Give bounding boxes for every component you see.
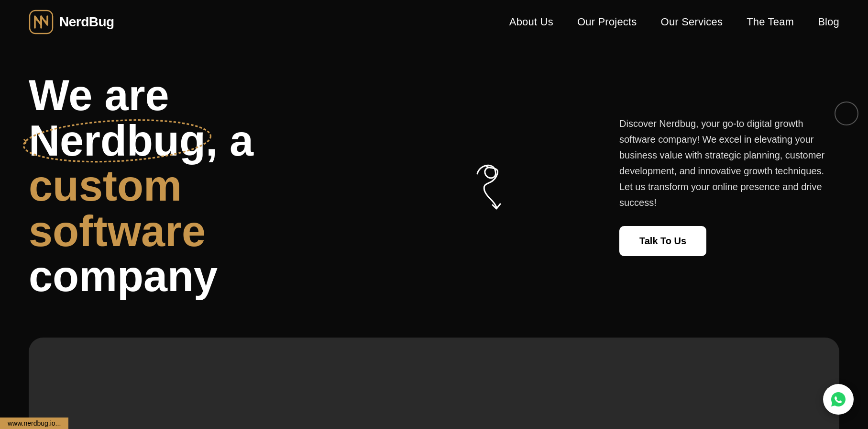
lower-section (29, 338, 839, 429)
hero-nerdbug: Nerdbug (29, 117, 206, 165)
arrow-decoration (453, 152, 520, 219)
browser-status-bar: www.nerdbug.io... (0, 418, 68, 429)
whatsapp-button[interactable] (823, 384, 854, 415)
nerdbug-word-wrapper: Nerdbug (29, 118, 206, 164)
nav-item-projects[interactable]: Our Projects (577, 16, 637, 28)
nav-item-team[interactable]: The Team (747, 16, 794, 28)
nav-link-projects[interactable]: Our Projects (577, 16, 637, 28)
logo-icon (29, 10, 54, 34)
nav-links: About Us Our Projects Our Services The T… (509, 16, 839, 28)
nav-item-services[interactable]: Our Services (661, 16, 723, 28)
talk-to-us-button[interactable]: Talk To Us (619, 226, 706, 256)
logo[interactable]: NerdBug (29, 10, 114, 34)
hero-headline: We are Nerdbug, a custom software compan… (29, 73, 354, 299)
hero-description: Discover Nerdbug, your go-to digital gro… (619, 116, 839, 211)
hero-line3: company (29, 252, 218, 300)
nav-link-team[interactable]: The Team (747, 16, 794, 28)
nav-item-blog[interactable]: Blog (818, 16, 839, 28)
hero-title-part2: , a (206, 117, 253, 165)
hero-right: Discover Nerdbug, your go-to digital gro… (619, 116, 839, 256)
nav-link-about[interactable]: About Us (509, 16, 553, 28)
hero-center-decoration (354, 152, 619, 219)
brand-name: NerdBug (59, 14, 114, 30)
hero-section: We are Nerdbug, a custom software compan… (0, 44, 868, 338)
hero-title: We are Nerdbug, a custom software compan… (29, 73, 354, 299)
hero-line2: custom software (29, 162, 206, 255)
status-url: www.nerdbug.io... (8, 419, 61, 427)
hero-title-part1: We are (29, 71, 169, 119)
nav-item-about[interactable]: About Us (509, 16, 553, 28)
whatsapp-icon (830, 391, 847, 408)
nav-link-blog[interactable]: Blog (818, 16, 839, 28)
navbar: NerdBug About Us Our Projects Our Servic… (0, 0, 868, 44)
nav-link-services[interactable]: Our Services (661, 16, 723, 28)
circle-decoration (835, 102, 858, 125)
